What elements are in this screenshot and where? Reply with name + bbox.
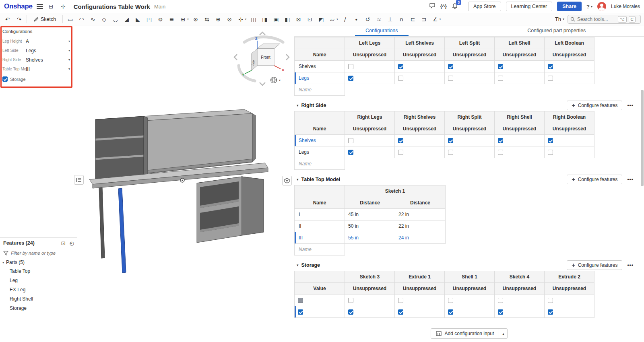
value-cell[interactable]: 22 in [395, 220, 446, 232]
circular-pattern-icon[interactable]: ⊛ [192, 16, 200, 23]
feature-column-header[interactable]: Sketch 4 [495, 271, 545, 283]
suppression-checkbox[interactable] [448, 64, 453, 69]
delete-face-icon[interactable]: ⊠ [294, 16, 303, 23]
feature-column-header[interactable]: Left Shell [495, 37, 545, 49]
feature-column-header[interactable]: Extrude 1 [395, 271, 445, 283]
value-cell[interactable]: 22 in [395, 209, 446, 220]
feature-column-header[interactable]: Left Shelves [395, 37, 445, 49]
row-name-cell[interactable]: Shelves [295, 61, 345, 72]
configure-features-button[interactable]: + Configure features [567, 175, 622, 184]
offset-surface-icon[interactable]: ◫ [249, 16, 258, 23]
text-tool-dropdown[interactable]: Th ▾ [555, 16, 564, 22]
replace-face-icon[interactable]: ◩ [317, 16, 325, 23]
suppression-checkbox[interactable] [398, 309, 403, 315]
suppression-checkbox[interactable] [498, 150, 503, 155]
chamfer-icon[interactable]: ◢ [122, 16, 131, 23]
suppression-checkbox[interactable] [498, 138, 503, 143]
move-face-icon[interactable]: ⊡ [305, 16, 314, 23]
suppression-checkbox[interactable] [448, 76, 453, 81]
feature-column-header[interactable]: Shell 1 [445, 271, 495, 283]
value-checkbox[interactable] [298, 298, 303, 303]
suppression-checkbox[interactable] [548, 64, 553, 69]
feature-column-header[interactable]: Right Split [445, 111, 495, 123]
suppression-checkbox[interactable] [548, 150, 553, 155]
suppression-checkbox[interactable] [348, 298, 353, 303]
shell-icon[interactable]: ◰ [145, 16, 153, 23]
more-options-button[interactable]: ••• [627, 177, 634, 182]
row-name-cell[interactable]: I [295, 209, 345, 220]
boolean-icon[interactable]: ⊕ [214, 16, 223, 23]
plane-icon[interactable]: ▱ [328, 16, 336, 23]
vertical-scrollbar[interactable] [641, 90, 644, 186]
value-cell[interactable]: 24 in [395, 232, 446, 244]
redo-icon[interactable]: ↷ [15, 16, 23, 23]
thicken-icon[interactable]: ◨ [260, 16, 269, 23]
suppression-checkbox[interactable] [398, 64, 403, 69]
suppression-checkbox[interactable] [498, 309, 503, 315]
spline-icon[interactable]: ≈ [375, 16, 383, 23]
rib-icon[interactable]: ≡ [167, 16, 176, 23]
suppression-checkbox[interactable] [548, 76, 553, 81]
suppression-checkbox[interactable] [398, 76, 403, 81]
help-menu[interactable]: ? ▾ [586, 4, 592, 10]
fill-surface-icon[interactable]: ◧ [283, 16, 291, 23]
chevron-down-icon[interactable]: ▾ [297, 263, 299, 267]
config-checkbox-storage[interactable]: Storage [0, 74, 75, 84]
undo-icon[interactable]: ↶ [3, 16, 12, 23]
new-row-cell[interactable]: Name [295, 84, 345, 96]
helix-icon[interactable]: ↺ [363, 16, 372, 23]
point-icon[interactable]: ∙ [352, 16, 361, 23]
notifications-bell-icon[interactable]: 3 [452, 3, 458, 10]
new-row-cell[interactable]: Name [295, 158, 345, 170]
value-cell[interactable]: 55 in [345, 232, 395, 244]
add-configuration-input-button[interactable]: Add configuration input ▴ [431, 328, 508, 339]
part-item-storage[interactable]: Storage [0, 304, 77, 313]
flange-icon[interactable]: ⊐ [420, 16, 428, 23]
feature-column-header[interactable]: Left Boolean [545, 37, 594, 49]
value-cell[interactable]: 45 in [345, 209, 395, 220]
tab-configurations[interactable]: Configurations [294, 25, 469, 36]
insert-icon[interactable]: ⊹ [59, 3, 67, 10]
suppression-checkbox[interactable] [398, 150, 403, 155]
config-input-left-side[interactable]: Left Side Legs ▾ [0, 46, 75, 55]
extrude-icon[interactable]: ▭ [66, 16, 74, 23]
rollback-history-icon[interactable]: ◴ [70, 240, 74, 246]
user-avatar[interactable] [597, 2, 606, 11]
row-name-cell[interactable]: Shelves [295, 135, 345, 146]
new-row-cell[interactable]: Name [295, 244, 345, 255]
part-item-ex-leg[interactable]: EX Leg [0, 285, 77, 295]
loft-icon[interactable]: ◇ [100, 16, 108, 23]
config-input-leg-height[interactable]: Leg Height A ▾ [0, 37, 75, 46]
dropdown-caret-icon[interactable]: ▾ [440, 18, 441, 21]
dropdown-caret-icon[interactable]: ▾ [187, 18, 189, 21]
chevron-down-icon[interactable]: ▾ [297, 103, 299, 107]
view-cube[interactable]: Front Left Z Y X [231, 29, 296, 89]
dropdown-caret-icon[interactable]: ▾ [245, 18, 247, 21]
fillet-icon[interactable]: ◡ [111, 16, 120, 23]
more-options-button[interactable]: ••• [627, 262, 634, 268]
feature-column-header[interactable]: Right Shelves [395, 111, 445, 123]
suppression-checkbox[interactable] [448, 150, 453, 155]
feature-filter-input[interactable] [11, 251, 74, 255]
suppression-checkbox[interactable] [348, 138, 353, 143]
learning-center-button[interactable]: Learning Center [506, 2, 553, 11]
parts-tree-root[interactable]: ▾ Parts (5) [0, 258, 77, 267]
config-input-table-top-model[interactable]: Table Top Mo... III ▾ [0, 64, 75, 74]
suppression-checkbox[interactable] [498, 298, 503, 303]
configure-features-button[interactable]: + Configure features [567, 101, 622, 110]
axis-icon[interactable]: ∕ [341, 16, 349, 23]
measure-icon[interactable]: ∠ [431, 16, 440, 23]
enclose-icon[interactable]: ▣ [272, 16, 280, 23]
suppression-checkbox[interactable] [448, 309, 453, 315]
part-item-leg[interactable]: Leg [0, 276, 77, 285]
feature-column-header[interactable]: Right Shell [495, 111, 545, 123]
config-input-right-side[interactable]: Right Side Shelves ▾ [0, 55, 75, 64]
suppression-checkbox[interactable] [348, 309, 353, 315]
suppression-checkbox[interactable] [548, 138, 553, 143]
more-options-button[interactable]: ••• [627, 103, 634, 108]
part-item-right-shelf[interactable]: Right Shelf [0, 295, 77, 304]
dropdown-caret-icon[interactable]: ▾ [336, 18, 338, 21]
suppression-checkbox[interactable] [348, 76, 353, 81]
parts-list-toggle[interactable] [282, 176, 292, 185]
row-name-cell[interactable]: Legs [295, 72, 345, 84]
